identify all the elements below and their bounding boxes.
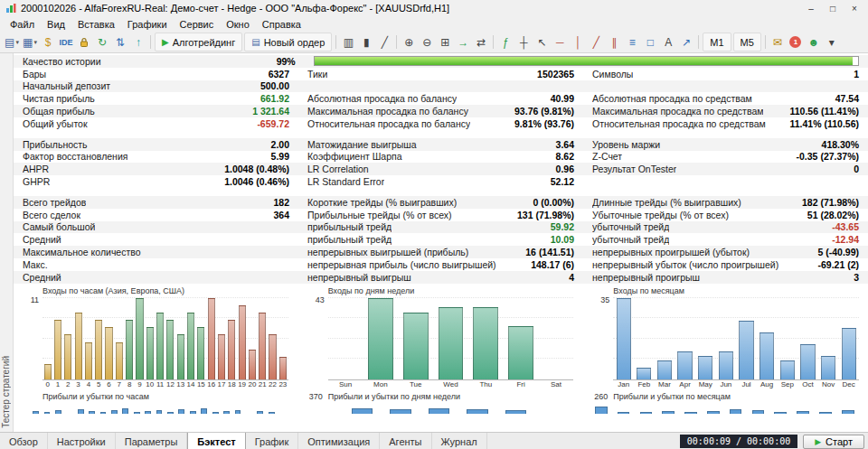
new-order-button[interactable]: ▤Новый ордер bbox=[244, 33, 332, 51]
user-icon[interactable]: ☻ bbox=[805, 33, 823, 51]
close-button[interactable]: × bbox=[846, 2, 863, 14]
menu-charts[interactable]: Графики bbox=[121, 18, 174, 31]
autoscroll-button[interactable]: → bbox=[454, 33, 472, 51]
tab-graph[interactable]: График bbox=[246, 433, 299, 449]
x-tick: Mar bbox=[655, 380, 675, 390]
stat-cell: Общий убыток-659.72 bbox=[14, 118, 298, 129]
chart-line-icon[interactable]: ╱ bbox=[375, 33, 393, 51]
more-button[interactable]: ▾ bbox=[823, 33, 841, 51]
bar bbox=[269, 412, 275, 414]
stat-value: 5 (-40.99) bbox=[812, 247, 859, 257]
bar bbox=[368, 298, 393, 379]
stat-value: 51 (28.02%) bbox=[802, 210, 859, 220]
profiles-button[interactable]: ▦▾ bbox=[21, 33, 39, 51]
minimize-button[interactable]: – bbox=[803, 2, 819, 14]
bar bbox=[89, 411, 95, 414]
lock-icon[interactable] bbox=[75, 33, 93, 51]
chart-shift-button[interactable]: ⇄ bbox=[472, 33, 490, 51]
tab-settings[interactable]: Настройки bbox=[48, 433, 116, 449]
menu-insert[interactable]: Вставка bbox=[71, 18, 121, 31]
x-axis-labels: 01234567891011121314151617181920212223 bbox=[42, 380, 288, 390]
new-chart-button[interactable]: ▤▾ bbox=[3, 33, 21, 51]
stats-row: Среднийприбыльный трейд10.09убыточный тр… bbox=[14, 233, 868, 246]
bar bbox=[156, 410, 163, 414]
tile-windows-button[interactable]: ⊞ bbox=[436, 33, 454, 51]
algo-trading-button[interactable]: ▶Алготрейдинг bbox=[155, 33, 242, 51]
ide-button[interactable]: IDE bbox=[57, 33, 75, 51]
maximize-button[interactable]: □ bbox=[825, 2, 841, 14]
chart-title: Прибыли и убытки по дням недели bbox=[328, 392, 460, 401]
bar bbox=[752, 410, 765, 414]
menu-view[interactable]: Вид bbox=[41, 18, 71, 31]
toolbar-separator bbox=[493, 35, 494, 49]
bar bbox=[54, 320, 61, 379]
start-button[interactable]: ▶ Старт bbox=[803, 435, 864, 449]
refresh-icon[interactable]: ↻ bbox=[93, 33, 111, 51]
stat-label: Максимальная просадка по балансу bbox=[307, 106, 468, 117]
notifications-badge[interactable]: 1 bbox=[787, 33, 805, 51]
crosshair-button[interactable]: ┼ bbox=[514, 33, 533, 51]
zoom-out-button[interactable]: ⊖ bbox=[418, 33, 436, 51]
chart-bars-icon[interactable]: ▥ bbox=[339, 33, 357, 51]
x-tick: May bbox=[695, 380, 716, 390]
text-button[interactable]: A bbox=[659, 33, 677, 51]
tab-backtest[interactable]: Бэктест bbox=[187, 433, 245, 449]
stats-separator bbox=[14, 130, 868, 138]
fibo-button[interactable]: ≡ bbox=[623, 33, 641, 51]
stat-cell: LR Standard Error52.12 bbox=[298, 176, 583, 187]
channel-button[interactable]: ∥ bbox=[605, 33, 623, 51]
bar bbox=[677, 351, 692, 379]
stat-value: 3 bbox=[848, 272, 859, 283]
tab-parameters[interactable]: Параметры bbox=[116, 433, 188, 449]
shapes-button[interactable]: □ bbox=[641, 33, 659, 51]
stat-value: 182 (71.98%) bbox=[797, 197, 859, 208]
bar bbox=[730, 409, 742, 414]
tf-m1-button[interactable]: M1 bbox=[703, 33, 731, 51]
cursor-button[interactable]: ↖ bbox=[533, 33, 551, 51]
bar bbox=[637, 368, 651, 379]
x-tick: Apr bbox=[675, 380, 695, 390]
bar bbox=[235, 410, 241, 414]
menu-service[interactable]: Сервис bbox=[174, 18, 221, 31]
stat-value: 93.76 (9.81%) bbox=[509, 106, 574, 117]
bar bbox=[111, 410, 118, 414]
stat-cell: Матожидание выигрыша3.64 bbox=[298, 139, 583, 150]
window-controls: – □ × bbox=[803, 2, 863, 14]
stat-cell: Результат OnTester0 bbox=[583, 164, 868, 174]
tab-overview[interactable]: Обзор bbox=[0, 433, 48, 449]
tab-agents[interactable]: Агенты bbox=[380, 433, 431, 449]
bar bbox=[774, 412, 787, 414]
stat-label: Убыточные трейды (% от всех) bbox=[592, 210, 729, 220]
mail-icon[interactable]: ✉ bbox=[769, 33, 787, 51]
tab-optimization[interactable]: Оптимизация bbox=[298, 433, 380, 449]
arrow-tool-button[interactable]: ↗ bbox=[677, 33, 695, 51]
stat-value: 2.00 bbox=[266, 139, 289, 150]
stat-value: -12.94 bbox=[826, 234, 859, 245]
tf-m5-button[interactable]: M5 bbox=[733, 33, 761, 51]
menu-file[interactable]: Файл bbox=[4, 18, 41, 31]
bar bbox=[122, 408, 128, 414]
bar bbox=[156, 313, 164, 379]
sort-arrows-icon[interactable]: ⇅ bbox=[111, 33, 129, 51]
x-tick: Jan bbox=[613, 380, 634, 390]
x-tick: 14 bbox=[185, 380, 195, 390]
stat-value: 5.99 bbox=[266, 151, 289, 162]
trendline-button[interactable]: ╱ bbox=[587, 33, 605, 51]
indicators-button[interactable]: ƒ bbox=[496, 33, 514, 51]
tab-list: ОбзорНастройкиПараметрыБэктестГрафикОпти… bbox=[0, 433, 487, 449]
deposit-button[interactable]: $ bbox=[39, 33, 57, 51]
upload-icon[interactable]: ↑ bbox=[129, 33, 147, 51]
zoom-in-button[interactable]: ⊕ bbox=[400, 33, 418, 51]
chart-candles-icon[interactable]: ▮ bbox=[357, 33, 375, 51]
stat-label: Результат OnTester bbox=[592, 164, 676, 174]
menu-help[interactable]: Справка bbox=[256, 18, 307, 31]
menu-window[interactable]: Окно bbox=[220, 18, 256, 31]
tab-journal[interactable]: Журнал bbox=[432, 433, 487, 449]
bottom-chart-0: Прибыли и убытки по часам bbox=[19, 392, 292, 414]
stat-cell: Максимальная просадка по балансу93.76 (9… bbox=[298, 106, 583, 117]
x-tick: Wed bbox=[433, 380, 468, 390]
strategy-tester-side-tab[interactable]: Тестер стратегий bbox=[0, 53, 14, 432]
vline-button[interactable]: │ bbox=[569, 33, 587, 51]
hline-button[interactable]: ─ bbox=[551, 33, 569, 51]
chart-title: Прибыли и убытки по месяцам bbox=[613, 392, 731, 401]
